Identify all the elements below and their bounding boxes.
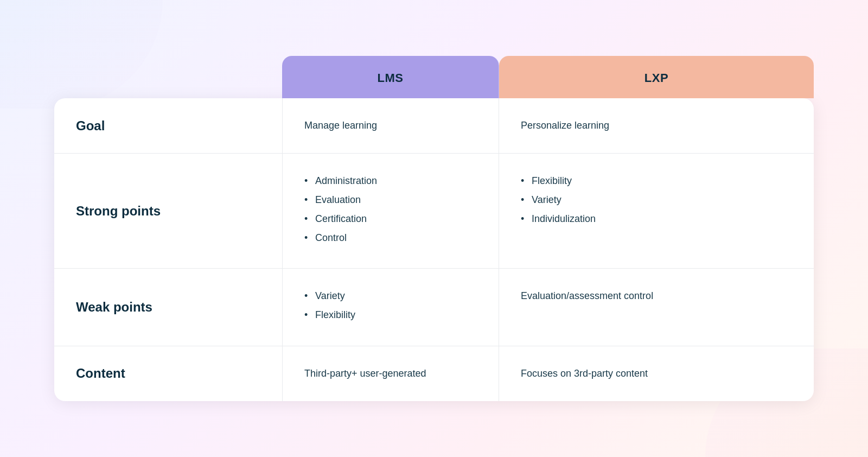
strong-points-lms-cell: Administration Evaluation Certification … <box>282 154 499 268</box>
weak-points-lms-cell: Variety Flexibility <box>282 269 499 346</box>
page-wrapper: LMS LXP Goal Manage learning Personalize… <box>54 56 814 401</box>
table-row-content: Content Third-party+ user-generated Focu… <box>54 346 814 401</box>
lms-title: LMS <box>378 71 404 85</box>
table-row-goal: Goal Manage learning Personalize learnin… <box>54 98 814 154</box>
table-row-strong-points: Strong points Administration Evaluation … <box>54 154 814 269</box>
list-item: Administration <box>304 173 477 189</box>
weak-points-lxp-text: Evaluation/assessment control <box>521 290 653 301</box>
goal-lxp-text: Personalize learning <box>521 120 609 131</box>
list-item: Control <box>304 230 477 246</box>
table-row-weak-points: Weak points Variety Flexibility Evaluati… <box>54 269 814 346</box>
goal-label: Goal <box>76 118 105 134</box>
content-lxp-cell: Focuses on 3rd-party content <box>499 346 814 401</box>
content-lxp-text: Focuses on 3rd-party content <box>521 368 648 379</box>
weak-points-lms-list: Variety Flexibility <box>304 288 477 323</box>
goal-lms-cell: Manage learning <box>282 98 499 153</box>
strong-points-lxp-list: Flexibility Variety Individulization <box>521 173 792 226</box>
strong-points-lms-list: Administration Evaluation Certification … <box>304 173 477 245</box>
content-lms-text: Third-party+ user-generated <box>304 368 426 379</box>
goal-label-cell: Goal <box>54 98 282 153</box>
strong-points-label-cell: Strong points <box>54 154 282 268</box>
list-item: Flexibility <box>521 173 792 189</box>
list-item: Variety <box>521 192 792 208</box>
list-item: Evaluation <box>304 192 477 208</box>
content-lms-cell: Third-party+ user-generated <box>282 346 499 401</box>
comparison-table: LMS LXP Goal Manage learning Personalize… <box>54 56 814 401</box>
weak-points-lxp-cell: Evaluation/assessment control <box>499 269 814 346</box>
content-label-cell: Content <box>54 346 282 401</box>
lxp-title: LXP <box>644 71 668 85</box>
lxp-header: LXP <box>499 56 814 98</box>
strong-points-label: Strong points <box>76 204 161 219</box>
list-item: Variety <box>304 288 477 304</box>
list-item: Individulization <box>521 211 792 227</box>
list-item: Certification <box>304 211 477 227</box>
weak-points-label: Weak points <box>76 300 152 315</box>
column-headers: LMS LXP <box>54 56 814 98</box>
strong-points-lxp-cell: Flexibility Variety Individulization <box>499 154 814 268</box>
comparison-card: Goal Manage learning Personalize learnin… <box>54 98 814 401</box>
goal-lxp-cell: Personalize learning <box>499 98 814 153</box>
content-label: Content <box>76 366 125 381</box>
lms-header: LMS <box>282 56 499 98</box>
goal-lms-text: Manage learning <box>304 120 377 131</box>
list-item: Flexibility <box>304 307 477 323</box>
weak-points-label-cell: Weak points <box>54 269 282 346</box>
